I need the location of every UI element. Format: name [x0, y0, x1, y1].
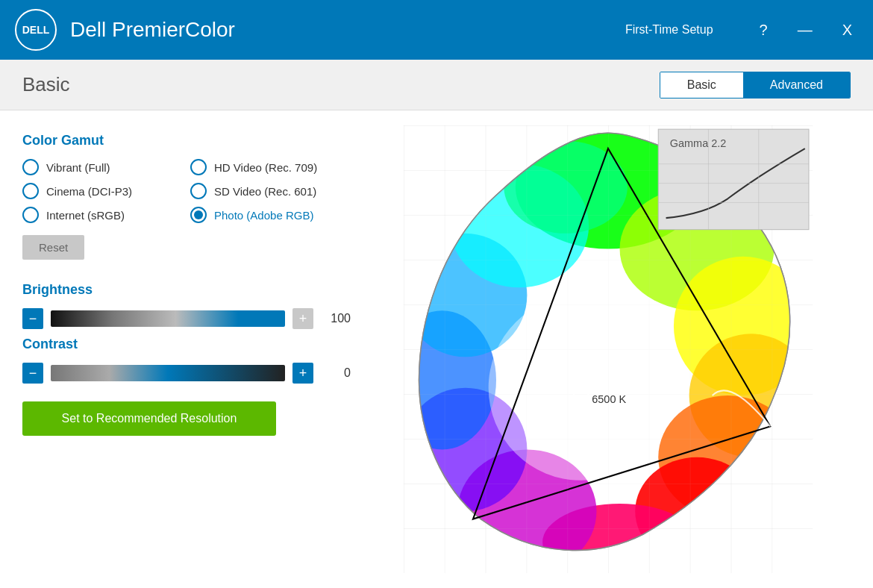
- radio-internet-circle: [22, 207, 39, 223]
- svg-point-21: [579, 390, 583, 394]
- radio-cinema-circle: [22, 183, 39, 199]
- radio-sd-video-circle: [190, 183, 207, 199]
- recommend-resolution-button[interactable]: Set to Recommended Resolution: [22, 401, 276, 436]
- radio-photo-circle: [190, 207, 207, 223]
- radio-sd-video[interactable]: SD Video (Rec. 601): [190, 183, 351, 199]
- radio-vibrant-circle: [22, 159, 39, 175]
- radio-photo-label: Photo (Adobe RGB): [214, 209, 313, 222]
- chroma-svg: 6500 K Gamma 2.2: [366, 125, 851, 573]
- radio-photo[interactable]: Photo (Adobe RGB): [190, 207, 351, 223]
- page-title: Basic: [22, 73, 660, 96]
- right-panel: 6500 K Gamma 2.2: [366, 125, 851, 573]
- svg-text:Gamma 2.2: Gamma 2.2: [670, 137, 727, 149]
- radio-hd-video[interactable]: HD Video (Rec. 709): [190, 159, 351, 175]
- radio-internet-label: Internet (sRGB): [46, 209, 125, 222]
- brightness-plus-button[interactable]: +: [292, 308, 313, 329]
- radio-cinema-label: Cinema (DCI-P3): [46, 185, 132, 198]
- chroma-diagram: 6500 K Gamma 2.2: [366, 125, 851, 573]
- close-button[interactable]: X: [836, 19, 858, 42]
- minimize-button[interactable]: —: [792, 19, 819, 42]
- brightness-value: 100: [321, 312, 351, 325]
- tab-advanced[interactable]: Advanced: [743, 72, 850, 98]
- left-panel: Color Gamut Vibrant (Full) HD Video (Rec…: [22, 125, 366, 573]
- radio-vibrant-label: Vibrant (Full): [46, 161, 110, 174]
- color-gamut-options: Vibrant (Full) HD Video (Rec. 709) Cinem…: [22, 159, 351, 223]
- radio-internet[interactable]: Internet (sRGB): [22, 207, 183, 223]
- dell-logo: DELL: [15, 9, 57, 51]
- radio-sd-video-label: SD Video (Rec. 601): [214, 185, 316, 198]
- contrast-minus-button[interactable]: −: [22, 363, 43, 384]
- radio-hd-video-circle: [190, 159, 207, 175]
- contrast-value: 0: [321, 366, 351, 380]
- reset-button[interactable]: Reset: [22, 235, 84, 260]
- first-time-setup-label: First-Time Setup: [625, 23, 713, 37]
- tab-basic[interactable]: Basic: [660, 72, 743, 98]
- titlebar: DELL Dell PremierColor First-Time Setup …: [0, 0, 873, 60]
- main-content: Color Gamut Vibrant (Full) HD Video (Rec…: [0, 110, 873, 588]
- radio-vibrant[interactable]: Vibrant (Full): [22, 159, 183, 175]
- brightness-title: Brightness: [22, 282, 351, 298]
- contrast-slider-row: − + 0: [22, 363, 351, 384]
- tab-group: Basic Advanced: [660, 72, 851, 98]
- brightness-slider-track[interactable]: [51, 310, 285, 327]
- app-title: Dell PremierColor: [70, 18, 625, 42]
- help-button[interactable]: ?: [754, 19, 774, 42]
- contrast-plus-button[interactable]: +: [292, 363, 313, 384]
- contrast-title: Contrast: [22, 337, 351, 352]
- brightness-minus-button[interactable]: −: [22, 308, 43, 329]
- radio-hd-video-label: HD Video (Rec. 709): [214, 161, 317, 174]
- svg-text:6500 K: 6500 K: [592, 393, 626, 405]
- color-gamut-title: Color Gamut: [22, 133, 351, 148]
- header-bar: Basic Basic Advanced: [0, 60, 873, 110]
- brightness-slider-row: − + 100: [22, 308, 351, 329]
- radio-cinema[interactable]: Cinema (DCI-P3): [22, 183, 183, 199]
- contrast-slider-track[interactable]: [51, 365, 285, 381]
